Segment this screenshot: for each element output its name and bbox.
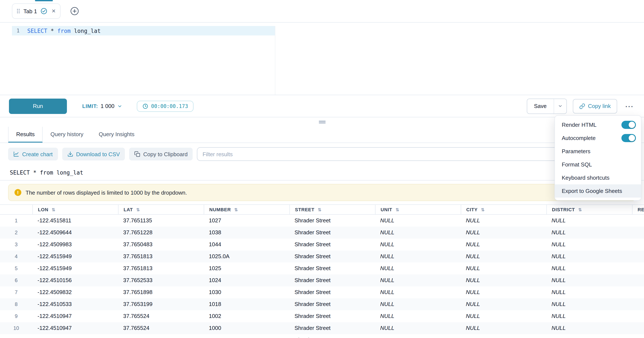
download-csv-button[interactable]: Download to CSV — [62, 148, 125, 160]
cell[interactable]: 37.7651135 — [118, 215, 204, 227]
cell[interactable]: NULL — [461, 251, 546, 262]
cell[interactable] — [632, 322, 644, 334]
sort-icon[interactable]: ⇅ — [396, 207, 400, 212]
query-tab-1[interactable]: Tab 1 ✕ — [12, 4, 60, 19]
copy-clipboard-button[interactable]: Copy to Clipboard — [129, 148, 193, 160]
cell[interactable]: -122.4510947 — [32, 310, 118, 322]
table-row[interactable]: 10-122.451094737.7655241000Shrader Stree… — [0, 322, 644, 334]
menu-item-parameters[interactable]: Parameters — [555, 145, 641, 158]
cell[interactable]: 1033 — [204, 334, 290, 338]
cell[interactable]: 1025 — [204, 262, 290, 274]
cell[interactable]: Shrader Street — [290, 251, 375, 262]
cell[interactable]: NULL — [375, 227, 461, 239]
cell[interactable]: NULL — [546, 227, 632, 239]
cell[interactable]: NULL — [461, 227, 546, 239]
menu-item-autocomplete[interactable]: Autocomplete — [555, 131, 641, 145]
cell[interactable]: NULL — [375, 334, 461, 338]
cell[interactable] — [632, 227, 644, 239]
run-button[interactable]: Run — [9, 98, 67, 114]
column-header-number[interactable]: NUMBER⇅ — [204, 205, 290, 214]
cell[interactable]: NULL — [546, 322, 632, 334]
cell[interactable]: NULL — [375, 239, 461, 251]
cell[interactable]: NULL — [546, 274, 632, 286]
close-tab-icon[interactable]: ✕ — [52, 8, 56, 14]
cell[interactable]: NULL — [461, 298, 546, 310]
cell[interactable]: 37.7650483 — [118, 239, 204, 251]
cell[interactable]: Shrader Street — [290, 310, 375, 322]
cell[interactable]: 1025.0A — [204, 251, 290, 262]
cell[interactable]: NULL — [546, 334, 632, 338]
cell[interactable]: Shrader Street — [290, 239, 375, 251]
cell[interactable]: NULL — [461, 310, 546, 322]
menu-item-keyboard-shortcuts[interactable]: Keyboard shortcuts — [555, 171, 641, 184]
cell[interactable]: NULL — [546, 286, 632, 298]
cell[interactable]: -122.4515811 — [32, 215, 118, 227]
code-line[interactable]: SELECT * from long_lat — [27, 28, 100, 34]
cell[interactable]: -122.4509832 — [32, 286, 118, 298]
cell[interactable]: NULL — [546, 239, 632, 251]
copy-link-button[interactable]: Copy link — [572, 99, 617, 113]
cell[interactable]: 1027 — [204, 215, 290, 227]
toggle-autocomplete[interactable] — [622, 134, 636, 142]
cell[interactable]: NULL — [461, 274, 546, 286]
cell[interactable]: -122.4510883 — [32, 334, 118, 338]
save-options-button[interactable] — [554, 99, 566, 113]
cell[interactable]: NULL — [461, 334, 546, 338]
column-header-lat[interactable]: LAT⇅ — [118, 205, 204, 214]
sort-icon[interactable]: ⇅ — [318, 207, 322, 212]
cell[interactable] — [632, 215, 644, 227]
cell[interactable]: Shrader Street — [290, 286, 375, 298]
cell[interactable] — [632, 239, 644, 251]
cell[interactable]: NULL — [546, 251, 632, 262]
cell[interactable]: NULL — [461, 239, 546, 251]
cell[interactable]: NULL — [546, 215, 632, 227]
cell[interactable]: Shrader Street — [290, 334, 375, 338]
cell[interactable]: 1044 — [204, 239, 290, 251]
table-row[interactable]: 2-122.450964437.76512281038Shrader Stree… — [0, 227, 644, 239]
table-row[interactable]: 5-122.451594937.76518131025Shrader Stree… — [0, 262, 644, 274]
splitter-handle-icon[interactable] — [318, 121, 326, 123]
menu-item-render-html[interactable]: Render HTML — [555, 118, 641, 131]
panel-splitter[interactable] — [0, 117, 644, 127]
save-button[interactable]: Save — [527, 99, 554, 113]
sql-code-editor[interactable]: 1 SELECT * from long_lat — [0, 26, 644, 95]
cell[interactable]: NULL — [375, 310, 461, 322]
cell[interactable]: -122.4510533 — [32, 298, 118, 310]
cell[interactable] — [632, 298, 644, 310]
cell[interactable]: NULL — [375, 215, 461, 227]
editor-line-1[interactable]: 1 SELECT * from long_lat — [0, 26, 644, 35]
column-header-district[interactable]: DISTRICT⇅ — [546, 205, 632, 214]
tab-query-history[interactable]: Query history — [43, 127, 91, 142]
create-chart-button[interactable]: Create chart — [8, 148, 58, 160]
cell[interactable]: 1024 — [204, 274, 290, 286]
cell[interactable]: 37.7654555 — [118, 334, 204, 338]
cell[interactable]: NULL — [375, 274, 461, 286]
cell[interactable]: 37.7651813 — [118, 251, 204, 262]
cell[interactable]: Shrader Street — [290, 322, 375, 334]
cell[interactable]: 1038 — [204, 227, 290, 239]
menu-item-format-sql[interactable]: Format SQL — [555, 158, 641, 171]
tab-query-insights[interactable]: Query Insights — [91, 127, 142, 142]
cell[interactable] — [632, 262, 644, 274]
cell[interactable]: -122.4509983 — [32, 239, 118, 251]
table-row[interactable]: 6-122.451015637.76525331024Shrader Stree… — [0, 274, 644, 286]
cell[interactable]: 37.7652533 — [118, 274, 204, 286]
cell[interactable] — [632, 310, 644, 322]
sort-icon[interactable]: ⇅ — [234, 207, 238, 212]
cell[interactable]: NULL — [375, 251, 461, 262]
cell[interactable]: Shrader Street — [290, 262, 375, 274]
cell[interactable]: 37.7651228 — [118, 227, 204, 239]
cell[interactable]: 37.765524 — [118, 322, 204, 334]
cell[interactable]: NULL — [375, 322, 461, 334]
cell[interactable]: Shrader Street — [290, 215, 375, 227]
sort-icon[interactable]: ⇅ — [481, 207, 485, 212]
cell[interactable]: Shrader Street — [290, 227, 375, 239]
cell[interactable]: NULL — [546, 310, 632, 322]
cell[interactable]: 1000 — [204, 322, 290, 334]
cell[interactable]: -122.4510156 — [32, 274, 118, 286]
sort-icon[interactable]: ⇅ — [52, 207, 56, 212]
table-row[interactable]: 1-122.451581137.76511351027Shrader Stree… — [0, 215, 644, 227]
cell[interactable]: NULL — [461, 262, 546, 274]
cell[interactable]: NULL — [461, 322, 546, 334]
cell[interactable]: NULL — [375, 286, 461, 298]
